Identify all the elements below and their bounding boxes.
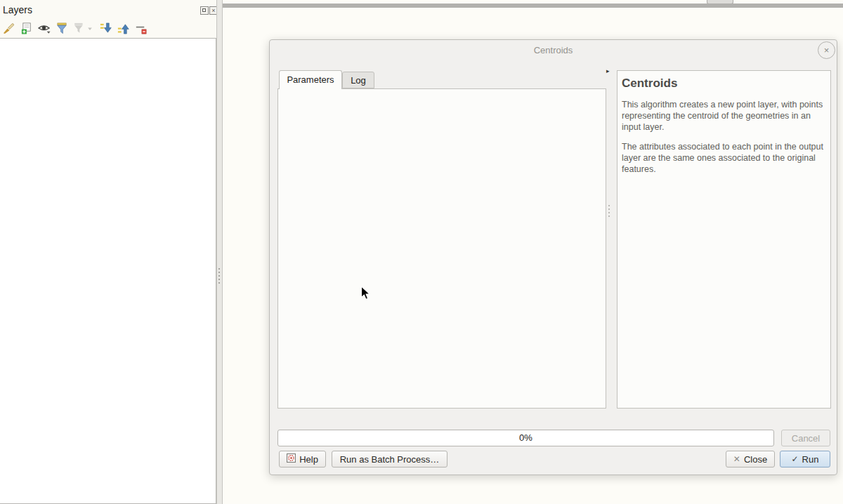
manage-map-themes-icon[interactable] (37, 21, 52, 35)
filter-legend-icon[interactable] (54, 21, 70, 35)
tab-log[interactable]: Log (342, 72, 374, 88)
open-layer-styling-icon[interactable] (1, 21, 17, 35)
tab-parameters[interactable]: Parameters (279, 70, 342, 89)
cancel-button: Cancel (781, 430, 830, 446)
help-paragraph: The attributes associated to each point … (622, 141, 830, 175)
dialog-close-button[interactable]: × (818, 41, 835, 59)
run-as-batch-button[interactable]: Run as Batch Process… (332, 451, 447, 467)
mouse-cursor (360, 286, 371, 304)
remove-layer-group-icon[interactable] (133, 21, 148, 35)
check-icon: ✓ (792, 454, 799, 464)
close-label: Close (744, 454, 767, 465)
layers-panel: Layers × (0, 0, 216, 504)
cancel-label: Cancel (792, 433, 820, 444)
help-panel: Centroids This algorithm creates a new p… (617, 70, 831, 409)
dialog-splitter-grip[interactable] (608, 205, 610, 217)
help-button[interactable]: Help (279, 451, 326, 467)
collapse-help-arrow-icon[interactable]: ▸ (606, 67, 610, 74)
undock-icon (202, 8, 206, 12)
help-label: Help (299, 454, 318, 465)
dialog-title: Centroids (269, 45, 837, 55)
layers-toolbar (1, 20, 148, 36)
layers-panel-undock-button[interactable] (200, 6, 209, 15)
batch-label: Run as Batch Process… (340, 454, 440, 465)
close-icon: × (824, 45, 830, 55)
layers-panel-title: Layers (3, 4, 32, 15)
expand-all-icon[interactable] (98, 21, 113, 35)
help-icon (287, 453, 296, 465)
filter-legend-by-expression-icon[interactable] (72, 21, 96, 35)
close-x-icon: ✕ (733, 454, 740, 464)
add-group-icon[interactable] (19, 21, 34, 35)
close-icon: × (211, 7, 215, 14)
run-button[interactable]: ✓ Run (780, 451, 830, 467)
help-paragraph: This algorithm creates a new point layer… (622, 99, 830, 133)
top-toolbar-strip (218, 4, 843, 8)
close-button[interactable]: ✕ Close (726, 451, 775, 467)
run-label: Run (802, 454, 819, 465)
help-heading: Centroids (622, 77, 826, 91)
panel-splitter[interactable] (216, 0, 223, 504)
layers-list[interactable] (0, 38, 216, 504)
parameters-panel (277, 88, 606, 409)
progress-bar: 0% (277, 430, 774, 446)
splitter-grip (218, 268, 220, 284)
collapse-all-icon[interactable] (115, 21, 131, 35)
top-tab-fragment (707, 0, 733, 4)
